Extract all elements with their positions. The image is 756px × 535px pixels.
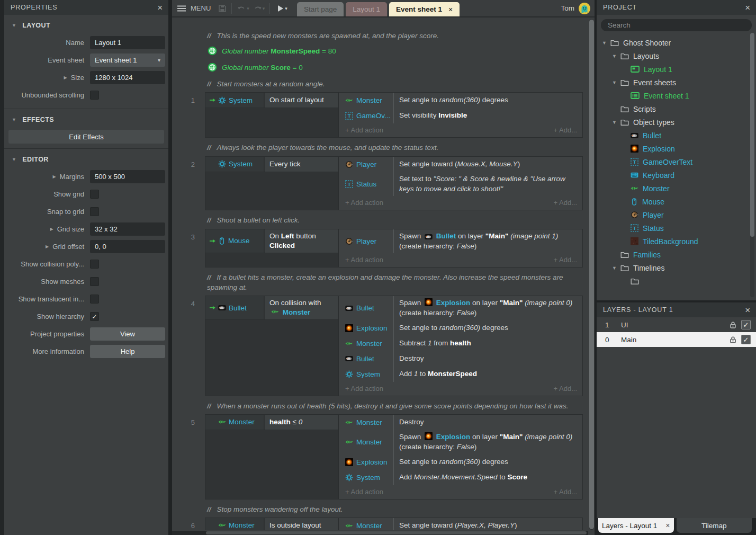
chevron-down-icon[interactable]: ▼ bbox=[12, 117, 16, 122]
condition-row[interactable]: SystemEvery tick bbox=[205, 157, 338, 172]
event-sheet-vertical-scrollbar[interactable] bbox=[589, 19, 594, 530]
redo-icon[interactable] bbox=[253, 5, 263, 12]
project-vertical-scrollbar[interactable] bbox=[750, 33, 754, 297]
event-comment[interactable]: //Always look the player towards the mou… bbox=[207, 143, 578, 153]
condition-object-cell[interactable]: System bbox=[205, 157, 265, 172]
search-input[interactable] bbox=[601, 19, 752, 31]
event-comment[interactable]: //This is the speed new monsters are spa… bbox=[207, 31, 578, 41]
action-row[interactable]: PlayerSpawn Bullet on layer "Main" (imag… bbox=[339, 229, 582, 254]
play-dropdown-icon[interactable]: ▾ bbox=[285, 6, 287, 11]
tree-item-event-sheet-1[interactable]: Event sheet 1 bbox=[597, 89, 756, 102]
add-action-link[interactable]: + Add action bbox=[345, 199, 383, 207]
action-row[interactable]: TGameOv...Set visibility Invisible bbox=[339, 108, 582, 123]
action-row[interactable]: PlayerSet angle toward (Mouse.X, Mouse.Y… bbox=[339, 157, 582, 172]
add-action-link[interactable]: + Add action bbox=[345, 385, 383, 393]
action-row[interactable]: BulletDestroy bbox=[339, 351, 582, 367]
condition-row[interactable]: BulletOn collision with Monster bbox=[205, 296, 338, 320]
show-meshes-checkbox[interactable] bbox=[90, 277, 99, 286]
add-more-link[interactable]: + Add... bbox=[554, 385, 577, 393]
event-comment[interactable]: //Shoot a bullet on left click. bbox=[207, 216, 578, 225]
chevron-down-icon[interactable]: ▼ bbox=[12, 23, 16, 28]
expand-arrow-icon[interactable]: ▶ bbox=[53, 174, 56, 179]
chevron-down-icon[interactable]: ▼ bbox=[602, 40, 610, 46]
event-comment[interactable]: //Stop monsters wandering off the layout… bbox=[207, 505, 578, 514]
condition-object-cell[interactable]: Monster bbox=[205, 518, 265, 530]
action-row[interactable]: BulletSpawn Explosion on layer "Main" (i… bbox=[339, 296, 582, 320]
event-sheet-horizontal-scrollbar[interactable] bbox=[172, 531, 588, 535]
play-icon[interactable] bbox=[278, 5, 283, 12]
lock-icon[interactable] bbox=[729, 321, 737, 329]
close-icon[interactable]: × bbox=[665, 521, 670, 530]
tab-start-page[interactable]: Start page bbox=[297, 2, 344, 16]
undo-dropdown-icon[interactable]: ▾ bbox=[247, 6, 249, 11]
show-hierarchy-checkbox[interactable]: ✓ bbox=[90, 312, 99, 321]
condition-row[interactable]: Monsterhealth ≤ 0 bbox=[205, 415, 338, 430]
grid-size-field[interactable]: 32 x 32 bbox=[90, 222, 165, 236]
conditions-empty-area[interactable] bbox=[205, 172, 338, 210]
chevron-down-icon[interactable]: ▼ bbox=[612, 80, 620, 85]
condition-row[interactable]: MonsterIs outside layout bbox=[205, 518, 338, 530]
tree-item-scripts[interactable]: Scripts bbox=[597, 102, 756, 115]
margins-field[interactable]: 500 x 500 bbox=[90, 170, 165, 183]
add-more-link[interactable]: + Add... bbox=[554, 126, 577, 134]
close-icon[interactable]: × bbox=[745, 306, 751, 315]
undo-icon[interactable] bbox=[237, 5, 247, 12]
tree-item-monster[interactable]: Monster bbox=[597, 182, 756, 195]
add-action-link[interactable]: + Add action bbox=[345, 256, 383, 264]
conditions-empty-area[interactable] bbox=[205, 430, 338, 499]
expand-arrow-icon[interactable]: ▶ bbox=[46, 244, 49, 249]
close-icon[interactable]: × bbox=[745, 3, 751, 12]
event-comment[interactable]: //Start monsters at a random angle. bbox=[207, 79, 578, 89]
view-button[interactable]: View bbox=[90, 327, 165, 341]
save-icon[interactable] bbox=[218, 4, 227, 13]
tree-item-event-sheets[interactable]: ▼Event sheets bbox=[597, 76, 756, 89]
tree-item-layout-1[interactable]: Layout 1 bbox=[597, 63, 756, 76]
tree-item-clipped[interactable] bbox=[597, 274, 756, 288]
chevron-down-icon[interactable]: ▼ bbox=[612, 120, 620, 125]
action-row[interactable]: SystemAdd 1 to MonsterSpeed bbox=[339, 367, 582, 382]
condition-object-cell[interactable]: Mouse bbox=[205, 229, 265, 253]
conditions-empty-area[interactable] bbox=[205, 253, 338, 267]
tree-item-player[interactable]: Player bbox=[597, 208, 756, 221]
tree-item-ghost-shooter[interactable]: ▼Ghost Shooter bbox=[597, 36, 756, 49]
condition-text-cell[interactable]: health ≤ 0 bbox=[265, 415, 338, 430]
tree-item-object-types[interactable]: ▼Object types bbox=[597, 115, 756, 129]
action-row[interactable]: MonsterDestroy bbox=[339, 415, 582, 430]
condition-object-cell[interactable]: System bbox=[205, 93, 265, 108]
event-comment[interactable]: //When a monster runs out of health (5 h… bbox=[207, 402, 578, 411]
action-row[interactable]: SystemAdd Monster.Movement.Speed to Scor… bbox=[339, 470, 582, 485]
add-more-link[interactable]: + Add... bbox=[554, 256, 577, 264]
action-row[interactable]: ExplosionSet angle to random(360) degree… bbox=[339, 320, 582, 336]
help-button[interactable]: Help bbox=[90, 345, 165, 358]
show-grid-checkbox[interactable] bbox=[90, 190, 99, 199]
action-row[interactable]: MonsterSubtract 1 from health bbox=[339, 336, 582, 351]
tree-item-gameovertext[interactable]: TGameOverText bbox=[597, 155, 756, 168]
snap-to-grid-checkbox[interactable] bbox=[90, 207, 99, 216]
action-row[interactable]: MonsterSpawn Explosion on layer "Main" (… bbox=[339, 430, 582, 454]
conditions-empty-area[interactable] bbox=[205, 108, 338, 137]
expand-arrow-icon[interactable]: ▶ bbox=[50, 227, 53, 231]
size-field[interactable]: 1280 x 1024 bbox=[90, 71, 165, 84]
show-translucent-in--checkbox[interactable] bbox=[90, 295, 99, 304]
chevron-down-icon[interactable]: ▼ bbox=[12, 157, 16, 162]
add-action-link[interactable]: + Add action bbox=[345, 488, 383, 496]
tree-item-timelines[interactable]: ▼Timelines bbox=[597, 261, 756, 274]
show-collision-poly--checkbox[interactable] bbox=[90, 260, 99, 269]
action-row[interactable]: ExplosionSet angle to random(360) degree… bbox=[339, 454, 582, 470]
tree-item-mouse[interactable]: Mouse bbox=[597, 195, 756, 208]
menu-button[interactable]: MENU bbox=[177, 4, 211, 12]
condition-text-cell[interactable]: On collision with Monster bbox=[265, 296, 338, 319]
tab-event-sheet-1[interactable]: Event sheet 1× bbox=[389, 2, 460, 16]
tree-item-keyboard[interactable]: Keyboard bbox=[597, 168, 756, 182]
redo-dropdown-icon[interactable]: ▾ bbox=[263, 6, 265, 11]
dock-tab-layers-layout-1[interactable]: Layers - Layout 1× bbox=[598, 518, 674, 533]
add-more-link[interactable]: + Add... bbox=[554, 488, 577, 496]
avatar[interactable] bbox=[579, 3, 590, 14]
tree-item-status[interactable]: TStatus bbox=[597, 221, 756, 235]
unbounded-scrolling-checkbox[interactable] bbox=[90, 91, 99, 100]
tab-layout-1[interactable]: Layout 1 bbox=[346, 2, 387, 16]
condition-row[interactable]: SystemOn start of layout bbox=[205, 93, 338, 108]
close-icon[interactable]: × bbox=[157, 3, 163, 12]
global-variable[interactable]: Global number Score = 0 bbox=[208, 61, 588, 74]
tree-item-families[interactable]: Families bbox=[597, 248, 756, 261]
